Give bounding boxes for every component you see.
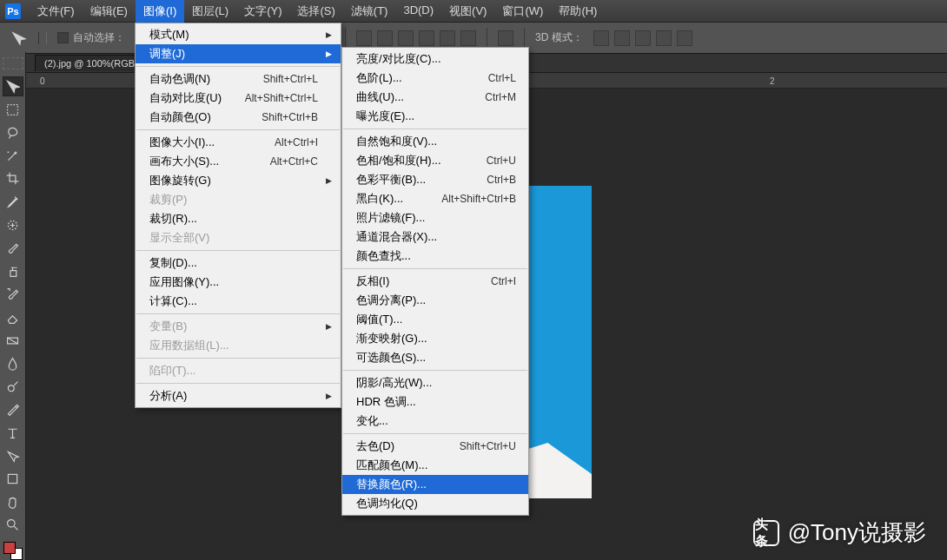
adjust-menu-item-21[interactable]: 变化... xyxy=(342,412,528,431)
mode-3d-label: 3D 模式： xyxy=(535,30,583,45)
adjust-menu-item-10[interactable]: 通道混合器(X)... xyxy=(342,227,528,247)
tool-eyedropper[interactable] xyxy=(3,192,23,212)
menu-文件[interactable]: 文件(F) xyxy=(30,0,83,23)
menu-滤镜[interactable]: 滤镜(T) xyxy=(343,0,396,23)
menu-编辑[interactable]: 编辑(E) xyxy=(83,0,136,23)
image-menu-item-8[interactable]: 画布大小(S)...Alt+Ctrl+C xyxy=(136,152,341,171)
tool-pen[interactable] xyxy=(3,400,23,420)
menu-item-label: 模式(M) xyxy=(149,27,189,43)
menu-item-label: 色调均化(Q) xyxy=(356,496,418,511)
tool-zoom[interactable] xyxy=(3,516,23,536)
tool-blur[interactable] xyxy=(3,353,23,373)
adjust-menu-item-17[interactable]: 可选颜色(S)... xyxy=(342,348,528,367)
adjust-menu-item-3[interactable]: 曝光度(E)... xyxy=(342,107,528,126)
adjust-menu-item-16[interactable]: 渐变映射(G)... xyxy=(342,329,528,348)
image-menu-item-15[interactable]: 应用图像(Y)... xyxy=(136,273,341,292)
color-swatches[interactable] xyxy=(3,542,23,560)
menu-item-label: 应用数据组(L)... xyxy=(149,338,229,353)
image-menu-item-7[interactable]: 图像大小(I)...Alt+Ctrl+I xyxy=(136,133,341,152)
adjust-menu-item-11[interactable]: 颜色查找... xyxy=(342,247,528,266)
tool-lasso[interactable] xyxy=(3,122,23,142)
adjust-menu-item-25[interactable]: 替换颜色(R)... xyxy=(342,475,528,494)
menu-帮助[interactable]: 帮助(H) xyxy=(551,0,605,23)
adjust-menu-item-14[interactable]: 色调分离(P)... xyxy=(342,291,528,310)
watermark-logo-icon: 头条 xyxy=(753,520,779,546)
menu-item-label: 渐变映射(G)... xyxy=(356,331,427,346)
adjust-menu-item-19[interactable]: 阴影/高光(W)... xyxy=(342,373,528,392)
adjust-menu-item-8[interactable]: 黑白(K)...Alt+Shift+Ctrl+B xyxy=(342,189,528,208)
adjust-menu-item-23[interactable]: 去色(D)Shift+Ctrl+U xyxy=(342,437,528,456)
tool-eraser[interactable] xyxy=(3,307,23,327)
adjust-menu-item-0[interactable]: 亮度/对比度(C)... xyxy=(342,49,528,69)
adjust-menu-item-5[interactable]: 自然饱和度(V)... xyxy=(342,132,528,151)
tool-hand[interactable] xyxy=(3,492,23,512)
tool-dodge[interactable] xyxy=(3,377,23,397)
adjust-menu-item-9[interactable]: 照片滤镜(F)... xyxy=(342,208,528,227)
menu-image[interactable]: 模式(M)调整(J)自动色调(N)Shift+Ctrl+L自动对比度(U)Alt… xyxy=(135,23,341,408)
tool-marquee[interactable] xyxy=(3,100,23,120)
menu-窗口[interactable]: 窗口(W) xyxy=(494,0,551,23)
image-menu-item-5[interactable]: 自动颜色(O)Shift+Ctrl+B xyxy=(136,108,341,127)
tool-brush[interactable] xyxy=(3,238,23,258)
menu-视图[interactable]: 视图(V) xyxy=(441,0,494,23)
svg-rect-0 xyxy=(8,104,18,115)
tool-path-sel[interactable] xyxy=(3,446,23,466)
adjust-menu-item-6[interactable]: 色相/饱和度(H)...Ctrl+U xyxy=(342,151,528,170)
svg-point-3 xyxy=(8,385,14,392)
menu-adjustments[interactable]: 亮度/对比度(C)...色阶(L)...Ctrl+L曲线(U)...Ctrl+M… xyxy=(341,47,529,516)
menu-item-label: 画布大小(S)... xyxy=(149,154,219,169)
menu-选择[interactable]: 选择(S) xyxy=(289,0,342,23)
image-menu-item-4[interactable]: 自动对比度(U)Alt+Shift+Ctrl+L xyxy=(136,89,341,108)
panel-drag-handle[interactable] xyxy=(3,57,23,69)
arrange-controls[interactable] xyxy=(498,30,513,46)
tool-gradient[interactable] xyxy=(3,331,23,351)
adjust-menu-item-26[interactable]: 色调均化(Q) xyxy=(342,494,528,513)
menu-item-label: 曲线(U)... xyxy=(356,89,404,105)
adjust-menu-item-24[interactable]: 匹配颜色(M)... xyxy=(342,456,528,475)
menu-3D[interactable]: 3D(D) xyxy=(395,0,441,23)
tool-move[interactable] xyxy=(3,76,23,96)
menu-文字[interactable]: 文字(Y) xyxy=(236,0,289,23)
menu-item-label: 黑白(K)... xyxy=(356,191,403,207)
tool-crop[interactable] xyxy=(3,169,23,189)
menu-图像[interactable]: 图像(I) xyxy=(136,0,184,23)
image-menu-item-23[interactable]: 分析(A) xyxy=(136,386,341,405)
menu-item-label: 匹配颜色(M)... xyxy=(356,458,427,473)
watermark: 头条 @Tony说摄影 xyxy=(753,517,926,548)
tools-panel xyxy=(0,52,26,560)
menu-item-shortcut: Alt+Ctrl+I xyxy=(275,136,318,148)
adjust-menu-item-2[interactable]: 曲线(U)...Ctrl+M xyxy=(342,88,528,107)
adjust-menu-item-1[interactable]: 色阶(L)...Ctrl+L xyxy=(342,69,528,88)
menu-item-label: 曝光度(E)... xyxy=(356,109,414,124)
image-menu-item-0[interactable]: 模式(M) xyxy=(136,25,341,44)
adjust-menu-item-13[interactable]: 反相(I)Ctrl+I xyxy=(342,272,528,291)
menu-item-label: 应用图像(Y)... xyxy=(149,274,219,290)
tool-type[interactable] xyxy=(3,423,23,443)
adjust-menu-item-7[interactable]: 色彩平衡(B)...Ctrl+B xyxy=(342,170,528,189)
tool-magic-wand[interactable] xyxy=(3,146,23,166)
menu-item-label: 自动对比度(U) xyxy=(149,90,222,106)
image-menu-item-16[interactable]: 计算(C)... xyxy=(136,292,341,311)
menu-item-label: 自然饱和度(V)... xyxy=(356,134,437,149)
image-menu-item-14[interactable]: 复制(D)... xyxy=(136,254,341,273)
menu-item-label: 自动色调(N) xyxy=(149,71,210,87)
auto-select-label: 自动选择： xyxy=(73,31,125,43)
tool-clone[interactable] xyxy=(3,261,23,281)
mode-3d-controls[interactable] xyxy=(593,30,692,46)
tool-patch[interactable] xyxy=(3,215,23,235)
image-menu-item-1[interactable]: 调整(J) xyxy=(136,44,341,63)
menu-图层[interactable]: 图层(L) xyxy=(184,0,236,23)
image-menu-item-11[interactable]: 裁切(R)... xyxy=(136,209,341,228)
tool-shape[interactable] xyxy=(3,469,23,489)
auto-select-checkbox[interactable]: 自动选择： xyxy=(57,30,125,45)
image-menu-item-12: 显示全部(V) xyxy=(136,228,341,247)
distribute-controls[interactable] xyxy=(356,30,476,46)
adjust-menu-item-20[interactable]: HDR 色调... xyxy=(342,392,528,412)
image-menu-item-9[interactable]: 图像旋转(G) xyxy=(136,171,341,190)
image-menu-item-3[interactable]: 自动色调(N)Shift+Ctrl+L xyxy=(136,69,341,89)
document-tab[interactable]: (2).jpg @ 100%(RGB xyxy=(35,55,144,71)
tool-history-brush[interactable] xyxy=(3,285,23,305)
adjust-menu-item-15[interactable]: 阈值(T)... xyxy=(342,310,528,329)
menu-item-label: 色相/饱和度(H)... xyxy=(356,153,441,168)
menu-item-label: 陷印(T)... xyxy=(149,363,195,379)
